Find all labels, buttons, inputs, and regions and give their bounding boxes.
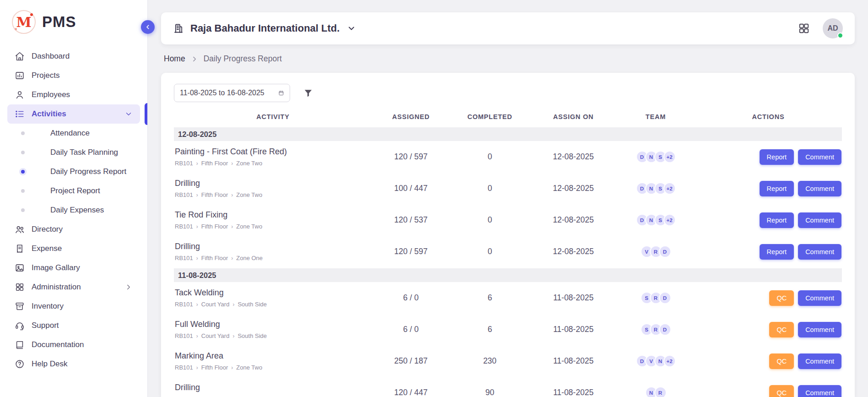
chevron-right-icon: [124, 283, 133, 291]
row-actions: QCComment: [695, 322, 842, 337]
chevron-right-icon: [191, 55, 198, 63]
active-accent-bar: [145, 103, 147, 125]
company-selector[interactable]: Raja Bahadur International Ltd.: [173, 22, 356, 34]
activity-cell: DrillingRB101›Fifth Floor›Zone Two: [174, 383, 372, 397]
activity-location-path: RB101›Fifth Floor›Zone One: [175, 255, 372, 261]
comment-button[interactable]: Comment: [798, 290, 841, 306]
assign-on-cell: 11-08-2025: [530, 293, 617, 303]
activity-row: Full WeldingRB101›Court Yard›South Side6…: [174, 314, 842, 345]
completed-cell: 230: [450, 356, 530, 366]
sidebar-subitem-attendance[interactable]: Attendance: [7, 124, 140, 143]
row-actions: ReportComment: [695, 149, 842, 165]
sidebar-collapse-button[interactable]: [141, 20, 155, 34]
report-button[interactable]: Report: [760, 149, 794, 165]
comment-button[interactable]: Comment: [798, 149, 841, 165]
path-segment: South Side: [237, 332, 267, 339]
path-segment: South Side: [237, 301, 267, 308]
report-button[interactable]: Report: [760, 244, 794, 260]
qc-button[interactable]: QC: [769, 322, 794, 337]
comment-button[interactable]: Comment: [798, 353, 841, 369]
sidebar-item-image-gallary[interactable]: Image Gallary: [7, 258, 140, 277]
team-more-chip[interactable]: +2: [663, 214, 676, 226]
user-avatar[interactable]: AD: [823, 18, 843, 38]
inventory-icon: [15, 301, 25, 311]
row-actions: ReportComment: [695, 181, 842, 196]
path-segment: RB101: [175, 301, 193, 308]
sidebar-item-label: Employees: [32, 90, 70, 99]
directory-icon: [15, 224, 25, 234]
expense-icon: [15, 244, 25, 254]
breadcrumb: Home Daily Progress Report: [161, 44, 855, 64]
activity-cell: Painting - First Coat (Fire Red)RB101›Fi…: [174, 147, 372, 167]
activity-location-path: RB101›Fifth Floor›Zone Two: [175, 223, 372, 230]
sidebar-subitem-daily-expenses[interactable]: Daily Expenses: [7, 201, 140, 220]
path-segment: Court Yard: [201, 301, 230, 308]
sidebar-subitem-daily-progress-report[interactable]: Daily Progress Report: [7, 162, 140, 181]
sidebar-nav: DashboardProjectsEmployeesActivitiesAtte…: [0, 42, 147, 374]
sidebar-item-label: Activities: [32, 109, 66, 119]
sidebar-item-help-desk[interactable]: Help Desk: [7, 354, 140, 374]
path-segment: RB101: [175, 332, 193, 339]
sidebar-subitem-project-report[interactable]: Project Report: [7, 181, 140, 201]
assign-on-cell: 12-08-2025: [530, 247, 617, 256]
team-avatars: DNS+2: [617, 182, 695, 195]
activity-row: Tie Rod FixingRB101›Fifth Floor›Zone Two…: [174, 204, 842, 236]
comment-button[interactable]: Comment: [798, 212, 841, 228]
path-segment: Fifth Floor: [201, 364, 228, 371]
sidebar-item-administration[interactable]: Administration: [7, 277, 140, 297]
apps-grid-icon[interactable]: [798, 22, 810, 34]
comment-button[interactable]: Comment: [798, 181, 841, 196]
activity-location-path: RB101›Fifth Floor›Zone Two: [175, 160, 372, 167]
bullet-dot-icon: [21, 131, 25, 135]
activity-title: Painting - First Coat (Fire Red): [175, 147, 372, 157]
team-more-chip[interactable]: +2: [663, 182, 676, 195]
sidebar-item-projects[interactable]: Projects: [7, 66, 140, 85]
comment-button[interactable]: Comment: [798, 244, 841, 260]
completed-cell: 0: [450, 184, 530, 193]
sidebar-item-inventory[interactable]: Inventory: [7, 297, 140, 316]
completed-cell: 0: [450, 215, 530, 225]
sidebar-item-activities[interactable]: Activities: [7, 104, 140, 124]
qc-button[interactable]: QC: [769, 353, 794, 369]
main-area: Raja Bahadur International Ltd. AD Home …: [148, 0, 868, 397]
row-actions: ReportComment: [695, 212, 842, 228]
report-button[interactable]: Report: [760, 212, 794, 228]
assigned-cell: 250 / 187: [372, 356, 450, 366]
sidebar-subitem-label: Daily Progress Report: [50, 167, 126, 176]
sidebar-item-employees[interactable]: Employees: [7, 85, 140, 104]
breadcrumb-home[interactable]: Home: [164, 54, 185, 64]
activity-location-path: RB101›Fifth Floor›Zone Two: [175, 364, 372, 371]
sidebar-item-documentation[interactable]: Documentation: [7, 335, 140, 354]
qc-button[interactable]: QC: [769, 290, 794, 306]
activity-cell: Full WeldingRB101›Court Yard›South Side: [174, 320, 372, 339]
sidebar-item-directory[interactable]: Directory: [7, 220, 140, 239]
date-group-header: 11-08-2025: [174, 268, 842, 282]
calendar-icon[interactable]: [278, 88, 284, 98]
bullet-dot-icon: [21, 208, 25, 212]
comment-button[interactable]: Comment: [798, 322, 841, 337]
sidebar-item-expense[interactable]: Expense: [7, 239, 140, 258]
sidebar-item-label: Administration: [32, 283, 81, 292]
team-more-chip[interactable]: +2: [663, 151, 676, 163]
activity-row: Painting - First Coat (Fire Red)RB101›Fi…: [174, 141, 842, 173]
chevron-right-icon: ›: [196, 223, 198, 230]
company-name: Raja Bahadur International Ltd.: [190, 22, 340, 34]
team-more-chip[interactable]: +2: [663, 355, 676, 367]
team-avatars: VRD: [617, 245, 695, 258]
qc-button[interactable]: QC: [769, 385, 794, 397]
date-range-input[interactable]: [174, 84, 290, 102]
date-range-value[interactable]: [180, 89, 275, 97]
activity-cell: Tie Rod FixingRB101›Fifth Floor›Zone Two: [174, 210, 372, 230]
comment-button[interactable]: Comment: [798, 385, 841, 397]
chevron-right-icon: ›: [196, 364, 198, 371]
activity-row: DrillingRB101›Fifth Floor›Zone Two120 / …: [174, 377, 842, 397]
chevron-down-icon: [124, 110, 133, 118]
administration-icon: [15, 282, 25, 292]
sidebar-item-dashboard[interactable]: Dashboard: [7, 47, 140, 66]
assign-on-cell: 12-08-2025: [530, 215, 617, 225]
column-header-assign-on: ASSIGN ON: [530, 106, 617, 126]
sidebar-item-support[interactable]: Support: [7, 316, 140, 335]
filter-funnel-icon[interactable]: [303, 88, 313, 98]
sidebar-subitem-daily-task-planning[interactable]: Daily Task Planning: [7, 143, 140, 162]
report-button[interactable]: Report: [760, 181, 794, 196]
